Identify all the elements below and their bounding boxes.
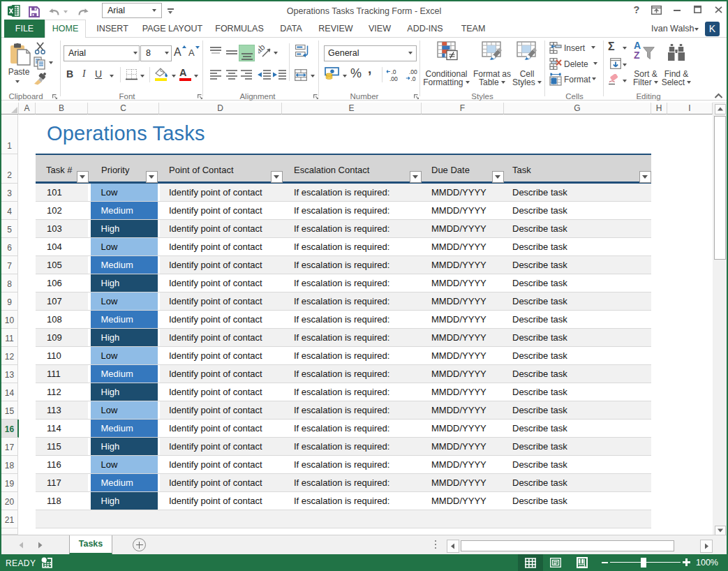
svg-text:.00: .00 bbox=[409, 68, 417, 75]
svg-text:.0: .0 bbox=[392, 68, 396, 75]
svg-text:ab: ab bbox=[258, 45, 267, 56]
svg-text:.00: .00 bbox=[389, 75, 398, 82]
svg-text:.0: .0 bbox=[411, 75, 416, 82]
